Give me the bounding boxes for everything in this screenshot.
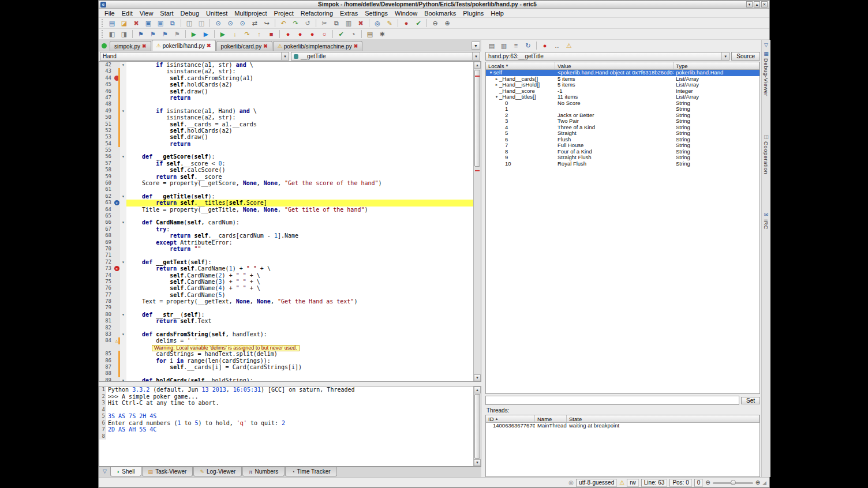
fold-margin[interactable]	[120, 68, 126, 74]
debugger-options-button[interactable]: ‥	[551, 41, 563, 51]
next-bookmark-button[interactable]: ⚑	[147, 29, 159, 39]
code-text[interactable]: def __str__(self):	[126, 311, 473, 318]
code-text[interactable]	[126, 252, 473, 258]
code-line[interactable]: 75 self.CardName(3) + " " + \	[99, 279, 473, 285]
fold-margin[interactable]	[120, 239, 126, 246]
stop-debugger-button[interactable]: ●	[539, 41, 551, 51]
line-number[interactable]: 42	[99, 62, 113, 68]
zoom-slider-thumb[interactable]	[731, 480, 736, 485]
code-line[interactable]: 87 self.__cards[i] = Card(cardStrings[i]…	[99, 364, 473, 370]
code-text[interactable]: self.CardName(4) + " " + \	[126, 285, 473, 291]
code-line[interactable]: 55	[99, 147, 473, 153]
editor-vertical-scrollbar[interactable]: ▲ ▼	[473, 62, 481, 381]
menu-help[interactable]: Help	[487, 9, 507, 17]
line-number[interactable]: 68	[99, 232, 113, 239]
shell-line[interactable]: 2>>> A simple poker game...	[99, 393, 473, 400]
line-number[interactable]: 58	[99, 167, 113, 173]
fold-arrow-icon[interactable]: ▾	[122, 62, 125, 68]
fold-margin[interactable]	[120, 252, 126, 258]
locals-column-header[interactable]: Locals ▼	[486, 62, 555, 69]
line-number[interactable]: 43	[99, 68, 113, 74]
code-line[interactable]: 49▾ if isinstance(a1, Hand) and \	[99, 108, 473, 114]
line-number[interactable]: 79	[99, 305, 113, 311]
line-number[interactable]: 54	[99, 141, 113, 147]
print-preview-button[interactable]: ◫	[196, 18, 207, 28]
resize-grip[interactable]: ◢	[762, 480, 766, 486]
code-text[interactable]: self.draw()	[126, 134, 473, 140]
line-number[interactable]: 65	[99, 213, 113, 219]
code-text[interactable]: return	[126, 141, 473, 147]
code-line[interactable]: 84⚠ delims = ' '	[99, 337, 473, 344]
fold-margin[interactable]	[120, 285, 126, 291]
close-file-button[interactable]: ✖	[130, 18, 142, 28]
fold-margin[interactable]	[120, 272, 126, 279]
marker-margin[interactable]	[113, 285, 120, 291]
marker-margin[interactable]	[113, 259, 120, 265]
marker-margin[interactable]	[113, 88, 120, 95]
fold-margin[interactable]	[120, 265, 126, 272]
code-line[interactable]: 80▾ def __str__(self):	[99, 311, 473, 318]
save-all-button[interactable]: ⧉	[167, 18, 178, 28]
set-value-input[interactable]	[485, 396, 739, 405]
line-number[interactable]: 48	[99, 101, 113, 107]
menu-view[interactable]: View	[136, 9, 157, 17]
class-selector-combo[interactable]: Hand ▼	[100, 52, 289, 61]
line-number[interactable]: 86	[99, 358, 113, 364]
code-text[interactable]: self.holdCards(a2)	[126, 127, 473, 134]
menu-bookmarks[interactable]: Bookmarks	[421, 9, 459, 17]
bottom-tab-shell[interactable]: ◗Shell	[110, 467, 141, 476]
marker-margin[interactable]	[113, 95, 120, 101]
single-step-button[interactable]: ↓	[229, 29, 241, 39]
marker-margin[interactable]	[113, 186, 120, 193]
code-line[interactable]: 59 return self.__score	[99, 174, 473, 180]
marker-margin[interactable]	[113, 147, 120, 153]
fold-margin[interactable]	[120, 75, 126, 81]
bottom-tab-task-viewer[interactable]: ▤Task-Viewer	[142, 467, 193, 476]
code-text[interactable]: if self.__score < 0:	[126, 160, 473, 167]
step-over-button[interactable]: ↷	[241, 29, 253, 39]
window-close-button[interactable]: ✕	[761, 1, 768, 7]
exceptions-filter-button[interactable]: ⚠	[563, 41, 575, 51]
locals-row[interactable]: 0No ScoreString	[486, 100, 760, 107]
line-number[interactable]: 88	[99, 370, 113, 377]
code-text[interactable]: for i in range(len(cardStrings)):	[126, 358, 473, 364]
marker-margin[interactable]	[113, 81, 120, 88]
fold-margin[interactable]	[120, 167, 126, 173]
search-button[interactable]: ⊙	[212, 18, 224, 28]
code-text[interactable]	[126, 213, 473, 219]
code-text[interactable]: self.__cards = a1.__cards	[126, 121, 473, 127]
show-source-button[interactable]: ▤	[486, 41, 497, 51]
code-text[interactable]: Score = property(__getScore, None, None,…	[126, 180, 473, 186]
code-text[interactable]: return self.__score	[126, 174, 473, 180]
code-line[interactable]: 83▾ def cardsFromString(self, handText):	[99, 331, 473, 337]
line-number[interactable]: 77	[99, 292, 113, 298]
fold-arrow-icon[interactable]: ▾	[122, 108, 125, 114]
code-text[interactable]	[126, 147, 473, 153]
continue-button[interactable]: ▶	[217, 29, 229, 39]
fold-margin[interactable]	[120, 81, 126, 88]
editor-tab-pokerlib-card-py[interactable]: pokerlib/card.py✖	[216, 41, 272, 51]
fold-margin[interactable]	[120, 364, 126, 370]
code-line[interactable]: 71	[99, 252, 473, 258]
line-number[interactable]: 70	[99, 246, 113, 252]
line-number[interactable]: 74	[99, 272, 113, 279]
fold-margin[interactable]	[120, 213, 126, 219]
expand-icon[interactable]: ▸	[494, 76, 499, 82]
fold-margin[interactable]	[120, 358, 126, 364]
editor-scroll-thumb[interactable]	[474, 70, 480, 167]
code-line[interactable]: 85 cardStrings = handText.split(delim)	[99, 351, 473, 357]
line-number[interactable]: 69	[99, 239, 113, 246]
close-icon[interactable]: ✖	[207, 43, 211, 48]
shell-text[interactable]: 2D AS AH 5S 4C	[106, 426, 473, 433]
debug-position-combo[interactable]: hand.py:63:__getTitle ▼	[485, 52, 729, 61]
redo-button[interactable]: ↷	[290, 18, 301, 28]
code-line[interactable]: 52 self.holdCards(a2)	[99, 127, 473, 134]
warning-icon[interactable]: ⚠	[115, 338, 118, 344]
code-text[interactable]: def __getScore(self):	[126, 153, 473, 160]
code-line[interactable]: 53 self.draw()	[99, 134, 473, 140]
line-number[interactable]: 61	[99, 186, 113, 193]
code-line[interactable]: 56▾ def __getScore(self):	[99, 153, 473, 160]
code-text[interactable]: cardStrings = handText.split(delim)	[126, 351, 473, 357]
undo-button[interactable]: ↶	[278, 18, 289, 28]
marker-margin[interactable]	[113, 318, 120, 324]
